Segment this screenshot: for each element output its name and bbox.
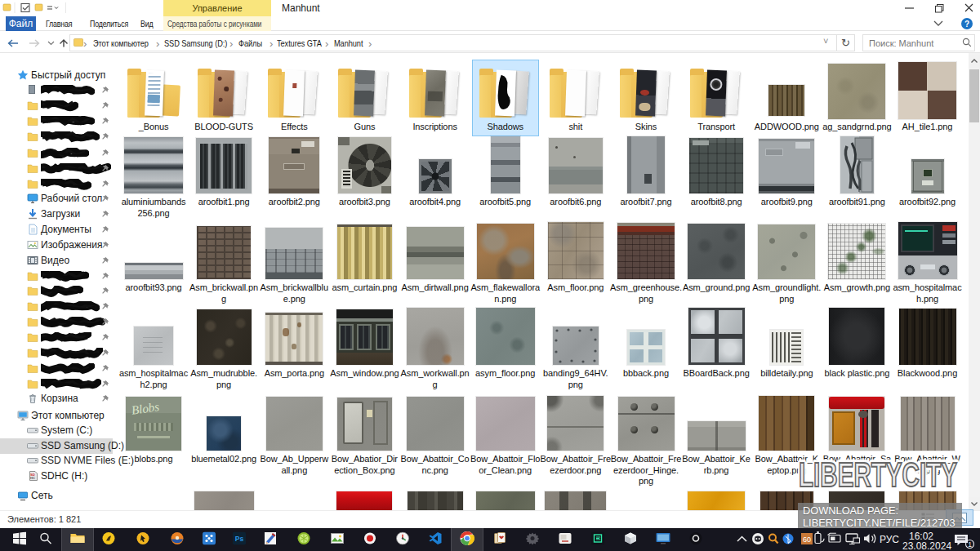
svg-text:Ps: Ps [235,535,244,543]
svg-text:HC: HC [30,476,35,480]
svg-text:РУС: РУС [880,534,899,545]
svg-text:LIBERTYCITY: LIBERTYCITY [799,455,957,494]
svg-text:1: 1 [968,540,972,549]
svg-text:?: ? [964,20,969,29]
svg-text:60: 60 [803,535,811,544]
